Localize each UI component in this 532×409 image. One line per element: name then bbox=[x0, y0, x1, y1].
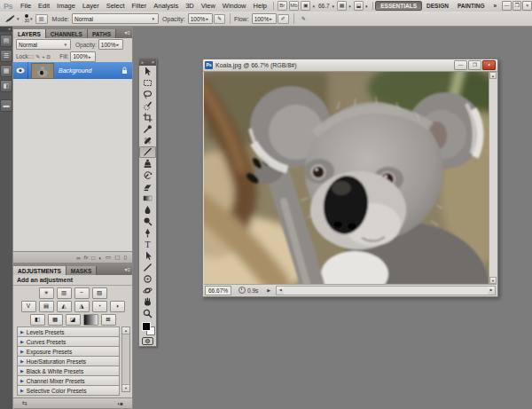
gradient-map-icon[interactable] bbox=[83, 314, 98, 326]
history-panel-icon[interactable]: ▤ bbox=[0, 35, 12, 47]
layer-style-icon[interactable]: fx bbox=[84, 255, 89, 260]
switch-panel-icon[interactable]: ⇆ bbox=[22, 400, 27, 407]
scroll-right-icon[interactable]: ▶ bbox=[488, 287, 495, 295]
history-brush-tool[interactable] bbox=[139, 169, 156, 181]
horizontal-scrollbar[interactable]: ◀ ▶ bbox=[276, 286, 496, 295]
vibrance-icon[interactable]: V bbox=[21, 301, 36, 312]
preset-scrollbar[interactable]: ▲ ▼ bbox=[121, 326, 130, 392]
app-close-button[interactable]: × bbox=[522, 1, 532, 11]
menu-image[interactable]: Image bbox=[53, 2, 79, 10]
hand-tool[interactable] bbox=[139, 296, 156, 308]
link-layers-icon[interactable]: ∞ bbox=[76, 255, 81, 261]
curves-icon[interactable]: ~ bbox=[74, 287, 90, 299]
layer-mask-icon[interactable]: □ bbox=[91, 255, 95, 261]
gradient-tool[interactable] bbox=[139, 193, 156, 204]
mini-bridge-icon[interactable]: Mb bbox=[289, 1, 299, 11]
doc-restore-button[interactable]: ❐ bbox=[468, 60, 481, 70]
tab-masks[interactable]: MASKS bbox=[66, 266, 97, 275]
preset-exposure[interactable]: ▶Exposure Presets bbox=[17, 347, 120, 357]
document-titlebar[interactable]: Ps Koala.jpg @ 66.7% (RGB/8#) — ❐ × bbox=[203, 59, 497, 72]
quick-mask-toggle[interactable] bbox=[139, 335, 156, 346]
preset-levels[interactable]: ▶Levels Presets bbox=[17, 326, 120, 337]
zoom-level-field[interactable]: 66.7 bbox=[317, 3, 332, 9]
app-restore-button[interactable]: ❐ bbox=[512, 1, 522, 11]
invert-icon[interactable]: ◧ bbox=[30, 314, 45, 326]
layer-group-icon[interactable]: ▭ bbox=[106, 254, 111, 261]
delete-layer-icon[interactable]: ▯ bbox=[123, 254, 127, 261]
eyedropper-tool[interactable] bbox=[139, 123, 156, 135]
menu-edit[interactable]: Edit bbox=[35, 2, 53, 10]
lock-pixels-icon[interactable]: ✎ bbox=[35, 53, 40, 59]
menu-layer[interactable]: Layer bbox=[79, 2, 103, 10]
exposure-icon[interactable]: ▨ bbox=[92, 287, 107, 299]
canvas[interactable] bbox=[204, 72, 489, 284]
levels-icon[interactable]: ▥ bbox=[57, 287, 72, 299]
layer-fill-field[interactable]: 100% ▸ bbox=[70, 51, 95, 62]
tab-channels[interactable]: CHANNELS bbox=[46, 29, 88, 38]
move-tool[interactable] bbox=[139, 66, 156, 77]
tool-preset-picker[interactable]: ▾ bbox=[4, 14, 21, 23]
clone-stamp-tool[interactable] bbox=[139, 158, 156, 169]
view-extras-icon[interactable]: ▣ bbox=[301, 1, 310, 11]
channel-mixer-icon[interactable]: ◑ bbox=[110, 301, 125, 312]
menu-select[interactable]: Select bbox=[103, 2, 129, 10]
screen-mode-icon[interactable]: ⬓ bbox=[354, 1, 364, 11]
color-panel-icon[interactable]: ☰ bbox=[0, 50, 12, 62]
panel-menu-icon[interactable]: ▾≡ bbox=[124, 266, 130, 272]
layer-visibility-toggle[interactable] bbox=[13, 62, 28, 79]
pen-tool[interactable] bbox=[139, 227, 156, 239]
type-tool[interactable]: T bbox=[139, 239, 156, 250]
tab-layers[interactable]: LAYERS bbox=[13, 29, 46, 38]
3d-rotate-tool[interactable] bbox=[139, 273, 156, 285]
doc-minimize-button[interactable]: — bbox=[454, 60, 467, 70]
layer-opacity-field[interactable]: 100% ▸ bbox=[98, 39, 123, 50]
layer-row-background[interactable]: Background bbox=[13, 62, 132, 79]
workspace-more-chevron[interactable]: » bbox=[489, 2, 502, 10]
adjustment-layer-icon[interactable]: ◐ bbox=[98, 255, 102, 261]
dock-collapse-icon[interactable]: « bbox=[0, 26, 12, 32]
toggle-brush-panel-icon[interactable]: ▥ bbox=[35, 14, 48, 24]
scroll-up-icon[interactable]: ▲ bbox=[122, 327, 129, 334]
tab-paths[interactable]: PATHS bbox=[88, 29, 116, 38]
threshold-icon[interactable]: ◪ bbox=[66, 314, 81, 326]
layer-thumbnail[interactable] bbox=[31, 63, 54, 79]
vertical-scrollbar[interactable]: ▲ ▼ bbox=[489, 72, 497, 284]
status-zoom-field[interactable]: 66.67% bbox=[205, 286, 231, 295]
preset-curves[interactable]: ▶Curves Presets bbox=[17, 337, 120, 347]
brightness-contrast-icon[interactable]: ☀ bbox=[39, 287, 54, 299]
brush-tool[interactable] bbox=[139, 146, 156, 158]
marquee-tool[interactable] bbox=[139, 77, 156, 89]
color-balance-icon[interactable]: ◭ bbox=[57, 301, 72, 312]
hue-saturation-icon[interactable]: ▤ bbox=[39, 301, 54, 312]
clip-to-layer-icon[interactable]: ◖■ bbox=[117, 401, 123, 406]
black-white-icon[interactable]: ◮ bbox=[74, 301, 90, 312]
new-layer-icon[interactable]: ▢ bbox=[114, 254, 120, 261]
posterize-icon[interactable]: ▩ bbox=[48, 314, 63, 326]
path-selection-tool[interactable] bbox=[139, 250, 156, 262]
workspace-essentials[interactable]: ESSENTIALS bbox=[375, 1, 422, 11]
blend-mode-select[interactable]: Normal ▾ bbox=[72, 13, 159, 24]
blur-tool[interactable] bbox=[139, 204, 156, 216]
menu-file[interactable]: File bbox=[17, 2, 35, 10]
menu-help[interactable]: Help bbox=[250, 2, 270, 10]
tools-panel-titlebar[interactable]: « × bbox=[139, 59, 156, 66]
photo-filter-icon[interactable]: ◔ bbox=[92, 301, 107, 312]
swatches-panel-icon[interactable]: ▦ bbox=[0, 65, 12, 77]
tablet-pressure-icon[interactable]: ✎ bbox=[299, 15, 309, 23]
doc-close-button[interactable]: × bbox=[482, 60, 496, 70]
menu-window[interactable]: Window bbox=[219, 2, 250, 10]
lock-all-icon[interactable]: ◘ bbox=[47, 54, 51, 59]
menu-filter[interactable]: Filter bbox=[129, 2, 151, 10]
bridge-icon[interactable]: Br bbox=[278, 1, 287, 11]
styles-panel-icon[interactable]: ◧ bbox=[0, 80, 12, 92]
preset-selective-color[interactable]: ▶Selective Color Presets bbox=[17, 386, 120, 396]
close-icon[interactable]: × bbox=[152, 59, 154, 65]
quick-selection-tool[interactable] bbox=[139, 100, 156, 112]
arrange-documents-icon[interactable]: ▦ bbox=[337, 1, 347, 11]
brush-size-picker[interactable]: 30 ▾ bbox=[25, 14, 35, 23]
opacity-field[interactable]: 100% ▸ bbox=[188, 13, 213, 24]
panel-menu-icon[interactable]: ▾≡ bbox=[124, 29, 130, 35]
lasso-tool[interactable] bbox=[139, 89, 156, 100]
status-menu-arrow-icon[interactable]: ▶ bbox=[267, 287, 270, 293]
menu-3d[interactable]: 3D bbox=[182, 2, 198, 10]
